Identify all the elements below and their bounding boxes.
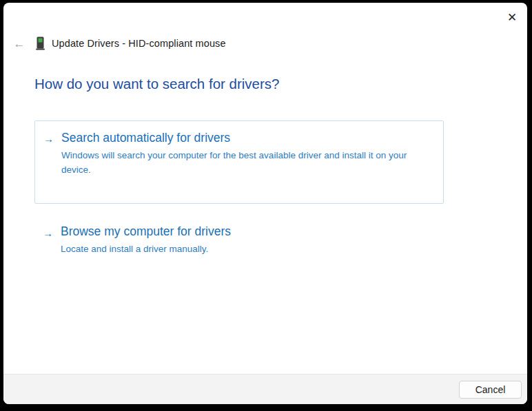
- option-search-automatically[interactable]: → Search automatically for drivers Windo…: [34, 120, 444, 204]
- option-browse-computer[interactable]: → Browse my computer for drivers Locate …: [34, 224, 444, 257]
- cancel-button[interactable]: Cancel: [459, 381, 522, 399]
- arrow-right-icon: →: [43, 224, 61, 257]
- option-title[interactable]: Search automatically for drivers: [61, 131, 432, 145]
- back-arrow-icon[interactable]: ←: [3, 38, 35, 50]
- option-title[interactable]: Browse my computer for drivers: [61, 224, 433, 239]
- update-drivers-dialog: ✕ ← Update Drivers - HID-compliant mouse…: [3, 3, 527, 404]
- option-description: Windows will search your computer for th…: [61, 149, 432, 178]
- close-icon[interactable]: ✕: [501, 7, 523, 28]
- arrow-right-icon: →: [43, 131, 61, 178]
- dialog-footer: Cancel: [3, 374, 527, 404]
- device-icon: [35, 36, 45, 50]
- dialog-header: ← Update Drivers - HID-compliant mouse: [3, 33, 527, 54]
- page-title: How do you want to search for drivers?: [34, 76, 280, 92]
- dialog-title: Update Drivers - HID-compliant mouse: [52, 38, 226, 49]
- option-description: Locate and install a driver manually.: [61, 242, 433, 257]
